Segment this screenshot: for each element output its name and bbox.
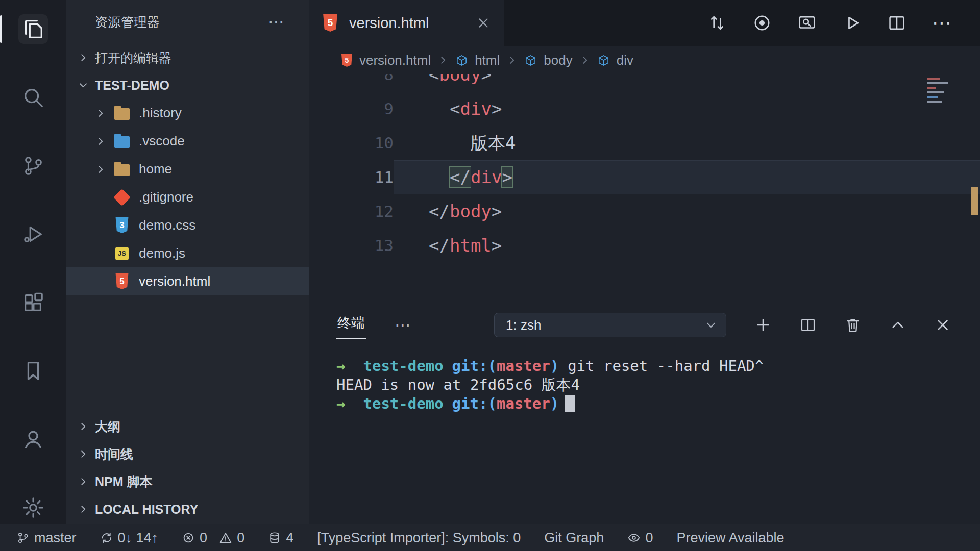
bookmark-icon <box>21 359 45 383</box>
terminal-cursor <box>565 395 575 412</box>
extensions-icon <box>21 291 45 314</box>
outline-section[interactable]: 大纲 <box>66 413 309 440</box>
sidebar-item-search[interactable] <box>18 83 48 112</box>
minimap[interactable] <box>927 78 963 105</box>
file-item-gitignore[interactable]: .gitignore <box>66 183 309 211</box>
folder-icon <box>113 162 131 176</box>
split-editor-icon[interactable] <box>887 13 906 33</box>
breadcrumb-div[interactable]: div <box>617 53 633 68</box>
sidebar-item-run-debug[interactable] <box>18 219 48 249</box>
tab-version-html[interactable]: 5 version.html <box>309 0 504 46</box>
code-line-12: 12</body> <box>309 194 980 229</box>
sidebar-item-source-control[interactable] <box>18 151 48 181</box>
sidebar-bottom-sections: 大纲 时间线 NPM 脚本 LOCAL HISTORY <box>66 413 309 524</box>
file-item-demo-css[interactable]: 3demo.css <box>66 211 309 239</box>
breadcrumb-file[interactable]: version.html <box>359 53 431 68</box>
error-icon <box>182 531 195 544</box>
ts-importer-item[interactable]: [TypeScript Importer]: Symbols: 0 <box>317 530 521 546</box>
git-graph-label: Git Graph <box>544 530 604 546</box>
shell-select[interactable]: 1: zsh <box>494 313 726 337</box>
sidebar-item-explorer[interactable] <box>18 14 48 44</box>
code-lines: 8<body> 9<div> 10版本4 11</div> 12</body> … <box>309 74 980 263</box>
chevron-right-icon <box>95 108 106 119</box>
chevron-right-icon <box>78 448 89 460</box>
eye-icon <box>627 531 641 544</box>
tab-terminal[interactable]: 终端 <box>336 311 366 339</box>
workspace-label: TEST-DEMO <box>95 78 169 93</box>
sidebar-item-bookmarks[interactable] <box>18 356 48 386</box>
close-tab-icon[interactable] <box>476 15 491 31</box>
problems-item[interactable]: 00 <box>182 530 244 546</box>
terminal-line: HEAD is now at 2fd65c6 版本4 <box>336 375 980 394</box>
section-label: 大纲 <box>95 418 120 435</box>
line-number: 12 <box>309 194 394 229</box>
npm-scripts-section[interactable]: NPM 脚本 <box>66 468 309 495</box>
breadcrumb-body[interactable]: body <box>544 53 572 68</box>
chevron-right-icon <box>579 55 591 66</box>
status-bar: master 0↓ 14↑ 00 4 [TypeScript Importer]… <box>0 524 980 551</box>
chevron-right-icon <box>506 55 518 66</box>
file-item-vscode[interactable]: .vscode <box>66 127 309 155</box>
split-terminal-icon[interactable] <box>799 316 817 334</box>
file-item-demo-js[interactable]: JSdemo.js <box>66 239 309 267</box>
html5-icon: 5 <box>113 273 131 289</box>
file-label: .history <box>139 105 182 121</box>
search-icon <box>21 86 45 109</box>
run-code-icon[interactable] <box>842 13 862 33</box>
section-label: LOCAL HISTORY <box>95 502 198 517</box>
more-actions-icon[interactable]: ⋯ <box>932 13 951 33</box>
open-preview-icon[interactable] <box>797 13 817 33</box>
account-icon <box>21 428 45 451</box>
code-line-13: 13</html> <box>309 229 980 263</box>
git-icon <box>113 191 131 204</box>
workspace-section[interactable]: TEST-DEMO <box>66 71 309 99</box>
code-editor[interactable]: 8<body> 9<div> 10版本4 11</div> 12</body> … <box>309 74 980 299</box>
branch-item[interactable]: master <box>16 530 77 546</box>
ts-importer-label: [TypeScript Importer]: Symbols: 0 <box>317 530 521 546</box>
file-label: .vscode <box>139 133 185 149</box>
panel-header: 终端 ⋯ 1: zsh <box>309 299 980 350</box>
git-graph-item[interactable]: Git Graph <box>544 530 604 546</box>
file-tree: .history .vscode home .gitignore 3demo.c… <box>66 99 309 295</box>
tab-label: version.html <box>349 15 429 32</box>
database-item[interactable]: 4 <box>268 530 293 546</box>
settings-button[interactable] <box>18 493 48 522</box>
database-count: 4 <box>286 530 293 546</box>
new-terminal-icon[interactable] <box>754 316 772 334</box>
run-debug-icon <box>21 222 45 246</box>
terminal[interactable]: →test-demogit:(master)git reset --hard H… <box>309 350 980 524</box>
local-history-section[interactable]: LOCAL HISTORY <box>66 495 309 523</box>
close-panel-icon[interactable] <box>934 316 951 334</box>
open-editors-section[interactable]: 打开的编辑器 <box>66 44 309 71</box>
sidebar-item-extensions[interactable] <box>18 288 48 317</box>
file-label: version.html <box>139 273 210 289</box>
watcher-item[interactable]: 0 <box>627 530 653 546</box>
open-editors-label: 打开的编辑器 <box>95 49 172 66</box>
panel-more-button[interactable]: ⋯ <box>395 317 411 333</box>
preview-available-item[interactable]: Preview Available <box>676 530 784 546</box>
file-item-home[interactable]: home <box>66 155 309 183</box>
terminal-line: →test-demogit:(master)git reset --hard H… <box>336 357 980 375</box>
file-label: demo.css <box>139 217 195 233</box>
branch-label: master <box>34 530 77 546</box>
chevron-right-icon <box>78 504 89 515</box>
file-item-version-html[interactable]: 5version.html <box>66 267 309 295</box>
chevron-right-icon <box>95 164 106 175</box>
file-label: .gitignore <box>139 189 193 205</box>
kill-terminal-icon[interactable] <box>844 316 862 334</box>
chevron-down-icon <box>78 80 89 91</box>
explorer-sidebar: 资源管理器 ⋯ 打开的编辑器 TEST-DEMO .history .vscod… <box>66 0 309 524</box>
timeline-section[interactable]: 时间线 <box>66 440 309 468</box>
compare-changes-icon[interactable] <box>707 13 727 33</box>
open-changes-icon[interactable] <box>752 13 772 33</box>
terminal-line: →test-demogit:(master) <box>336 394 980 413</box>
account-button[interactable] <box>18 424 48 454</box>
breadcrumb-html[interactable]: html <box>475 53 500 68</box>
file-item-history[interactable]: .history <box>66 99 309 127</box>
editor-column: 5 version.html ⋯ 5 version.html <box>309 0 980 524</box>
activity-bar <box>0 0 66 524</box>
sidebar-more-button[interactable]: ⋯ <box>268 14 284 30</box>
sync-changes-item[interactable]: 0↓ 14↑ <box>100 530 159 546</box>
maximize-panel-icon[interactable] <box>889 316 906 334</box>
chevron-right-icon <box>437 55 449 66</box>
